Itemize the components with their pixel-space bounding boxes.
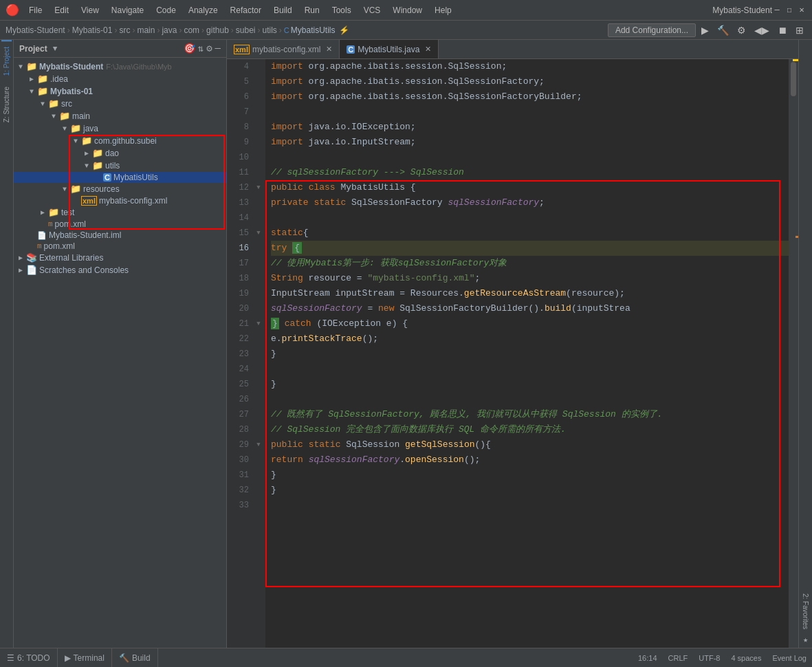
fold-marker-29[interactable]: ▼ <box>256 441 260 448</box>
menu-build[interactable]: Build <box>268 4 298 17</box>
tree-label-studentml: Mybatis-Student.iml <box>49 230 121 240</box>
tree-item-mybatisutils[interactable]: C MybatisUtils <box>14 172 226 183</box>
sort-icon[interactable]: ⇅ <box>198 43 204 54</box>
add-configuration-button[interactable]: Add Configuration... <box>608 23 696 37</box>
todo-tab[interactable]: ☰ 6: TODO <box>0 648 58 667</box>
tab-close-mybatisutils[interactable]: ✕ <box>425 45 431 54</box>
stop-icon[interactable]: ⏹ <box>775 23 790 37</box>
tab-mybatisconfig[interactable]: xml mybatis-config.xml ✕ <box>227 40 340 58</box>
breadcrumb-utils[interactable]: utils <box>263 25 277 35</box>
tree-item-mybatis01[interactable]: ▼ 📁 Mybatis-01 <box>14 85 226 98</box>
menu-navigate[interactable]: Navigate <box>106 4 149 17</box>
menu-run[interactable]: Run <box>299 4 325 17</box>
vertical-scrollbar[interactable] <box>789 59 798 648</box>
project-panel-tab[interactable]: 1: Project <box>1 40 12 81</box>
scrollbar-thumb[interactable] <box>791 62 796 96</box>
fold-marker-15[interactable]: ▼ <box>256 230 260 237</box>
menu-refactor[interactable]: Refactor <box>225 4 267 17</box>
tab-close-mybatisconfig[interactable]: ✕ <box>326 45 332 54</box>
todo-icon: ☰ <box>7 653 14 663</box>
tree-item-scratches[interactable]: ▶ 📄 Scratches and Consoles <box>14 264 226 276</box>
event-log[interactable]: Event Log <box>767 654 812 662</box>
tab-mybatisutils-label: MybatisUtils.java <box>358 45 419 54</box>
favorites-panel-tab[interactable]: 2: Favorites <box>800 588 811 635</box>
menu-help[interactable]: Help <box>429 4 457 17</box>
tab-mybatisutils[interactable]: C MybatisUtils.java ✕ <box>340 40 439 58</box>
tree-item-studentml[interactable]: 📄 Mybatis-Student.iml <box>14 230 226 241</box>
menu-vcs[interactable]: VCS <box>358 4 386 17</box>
cursor-position[interactable]: 16:14 <box>633 654 663 662</box>
structure-panel-tab[interactable]: Z: Structure <box>1 81 12 128</box>
tree-arrow: ▼ <box>26 88 37 96</box>
encoding[interactable]: UTF-8 <box>693 654 725 662</box>
breadcrumb-java[interactable]: java <box>162 25 177 35</box>
build-icon[interactable]: 🔨 <box>714 23 732 37</box>
app-logo: 🔴 <box>6 3 19 17</box>
menu-window[interactable]: Window <box>387 4 428 17</box>
tree-item-pom2[interactable]: m pom.xml <box>14 241 226 252</box>
terminal-tab[interactable]: ▶ Terminal <box>58 648 112 667</box>
breadcrumb-com[interactable]: com <box>184 25 199 35</box>
tree-label-mybatis01: Mybatis-01 <box>50 87 93 96</box>
menu-view[interactable]: View <box>76 4 105 17</box>
tree-item-root[interactable]: ▼ 📁 Mybatis-Student F:\Java\Github\Myb <box>14 61 226 73</box>
tree-item-dao[interactable]: ▶ 📁 dao <box>14 147 226 160</box>
terminal-label: Terminal <box>74 653 105 663</box>
build-tab[interactable]: 🔨 Build <box>112 648 158 667</box>
tree-item-extlibs[interactable]: ▶ 📚 External Libraries <box>14 252 226 264</box>
tree-label-mybatisconfig: mybatis-config.xml <box>99 196 167 206</box>
menu-edit[interactable]: Edit <box>49 4 74 17</box>
tree-item-src[interactable]: ▼ 📁 src <box>14 98 226 110</box>
code-line-22: e.printStackTrace(); <box>271 331 789 347</box>
fold-marker-21[interactable]: ▼ <box>256 320 260 327</box>
breadcrumb-subei[interactable]: subei <box>236 25 256 35</box>
collapse-icon[interactable]: — <box>215 43 221 54</box>
tree-label-java: java <box>83 124 98 133</box>
breadcrumb-main[interactable]: main <box>137 25 155 35</box>
code-editor[interactable]: 4 5 6 7 8 9 10 11 12 13 14 15 16 17 <box>227 59 798 648</box>
fold-marker-12[interactable]: ▼ <box>256 184 260 191</box>
tree-item-utils[interactable]: ▼ 📁 utils <box>14 160 226 172</box>
favorites-star[interactable]: ★ <box>803 635 808 645</box>
tree-item-java[interactable]: ▼ 📁 java <box>14 122 226 135</box>
code-line-18: String resource = "mybatis-config.xml"; <box>271 271 789 286</box>
project-panel-dropdown[interactable]: ▼ <box>53 45 58 53</box>
tree-item-idea[interactable]: ▶ 📁 .idea <box>14 73 226 85</box>
tree-label-main: main <box>72 111 90 121</box>
breadcrumb-src[interactable]: src <box>119 25 130 35</box>
run-button[interactable]: ▶ <box>699 23 712 37</box>
breadcrumb-root[interactable]: Mybatis-Student <box>6 25 65 35</box>
menu-file[interactable]: File <box>23 4 47 17</box>
tree-item-comgithub[interactable]: ▼ 📁 com.github.subei <box>14 135 226 147</box>
tree-item-resources[interactable]: ▼ 📁 resources <box>14 183 226 195</box>
settings-icon[interactable]: ⚙ <box>734 23 749 37</box>
navigate-icon[interactable]: ⚡ <box>339 25 349 35</box>
indent-settings[interactable]: 4 spaces <box>725 654 767 662</box>
breadcrumb-module[interactable]: Mybatis-01 <box>72 25 113 35</box>
locate-icon[interactable]: 🎯 <box>184 43 195 54</box>
minimize-button[interactable]: — <box>772 6 782 15</box>
layout-icon[interactable]: ⊞ <box>793 23 806 37</box>
menu-analyze[interactable]: Analyze <box>183 4 223 17</box>
tree-item-main[interactable]: ▼ 📁 main <box>14 110 226 122</box>
tree-item-pomxml[interactable]: m pom.xml <box>14 219 226 230</box>
folder-icon: 📁 <box>37 86 48 97</box>
maximize-button[interactable]: ☐ <box>784 6 794 15</box>
menu-tools[interactable]: Tools <box>327 4 357 17</box>
code-line-9: import java.io.InputStream; <box>271 135 789 150</box>
code-line-24 <box>271 362 789 377</box>
tree-item-test[interactable]: ▶ 📁 test <box>14 206 226 219</box>
settings-icon[interactable]: ⚙ <box>206 43 212 54</box>
code-line-8: import java.io.IOException; <box>271 120 789 135</box>
breadcrumb-github[interactable]: github <box>206 25 229 35</box>
menu-code[interactable]: Code <box>151 4 182 17</box>
code-area[interactable]: import org.apache.ibatis.session.SqlSess… <box>265 59 789 648</box>
toolbar-right: Add Configuration... ▶ 🔨 ⚙ ◀▶ ⏹ ⊞ <box>608 23 806 37</box>
update-icon[interactable]: ◀▶ <box>751 23 772 37</box>
line-separator[interactable]: CRLF <box>663 654 694 662</box>
line-numbers: 4 5 6 7 8 9 10 11 12 13 14 15 16 17 <box>227 59 252 513</box>
tree-item-mybatisconfig[interactable]: xml mybatis-config.xml <box>14 195 226 206</box>
code-line-23: } <box>271 347 789 362</box>
close-button[interactable]: ✕ <box>797 6 806 15</box>
left-panel-strip: 1: Project Z: Structure <box>0 40 14 648</box>
